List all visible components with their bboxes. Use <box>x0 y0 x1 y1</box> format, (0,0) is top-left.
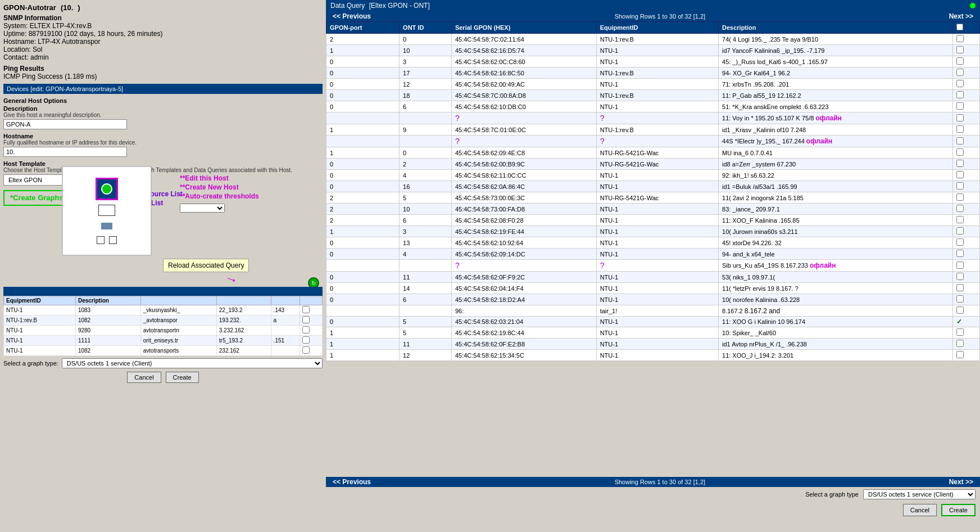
col-description: Description <box>75 296 140 305</box>
host-action-select[interactable] <box>180 204 225 213</box>
footer-next-button[interactable]: Next >> <box>947 478 976 486</box>
col-description[interactable]: Description <box>719 22 953 34</box>
row-checkbox[interactable] <box>956 91 964 98</box>
table-row: 01745:4C:54:58:62:16:8C:50NTU-1:rev.B94-… <box>326 67 980 79</box>
col-gpon-port[interactable]: GPON-port <box>326 22 400 34</box>
graph-type-footer-select[interactable]: DS/US octets 1 service (Client) <box>863 489 976 499</box>
row-checkbox[interactable] <box>956 137 964 145</box>
row-checkbox[interactable] <box>956 125 964 133</box>
tooltip-text: Reload Associated Query <box>168 262 244 269</box>
hostname-input[interactable] <box>3 147 127 157</box>
row-checkbox[interactable] <box>956 182 964 190</box>
col-check-all[interactable] <box>952 22 979 34</box>
table-row: 01845:4C:54:58:7C:00:8A:D8NTU-1:rev.B11:… <box>326 90 980 101</box>
host-template-field: Host Template Choose the Host Template t… <box>3 160 323 186</box>
edit-host-link[interactable]: *Edit this Host <box>180 174 259 182</box>
table-row: ??11: Voy in * 195.20 s5.107 K 75/8 офла… <box>326 112 980 124</box>
table-row: NTU-11083_vkusnyashki_22_193.2.143 <box>4 305 323 315</box>
table-row: 11045:4C:54:58:62:16:D5:74NTU-1id7 Yanco… <box>326 45 980 56</box>
left-panel: GPON-Autotrar (10. ) SNMP Information Sy… <box>0 0 326 532</box>
host-template-desc: Choose the Host Template to use to defin… <box>3 167 323 173</box>
reload-icon: ↻ <box>311 280 316 286</box>
table-row: NTU-11111orit_eniseys.trtr5_193.2.151 <box>4 336 323 346</box>
main-table: GPON-port ONT ID Serial GPON (HEX) Equip… <box>326 21 980 361</box>
auto-create-link[interactable]: *Auto-create thresholds <box>180 192 259 200</box>
row-checkbox[interactable] <box>302 316 310 323</box>
graph-type-row: Select a graph type: DS/US octets 1 serv… <box>3 358 323 368</box>
create-new-host-link[interactable]: *Create New Host <box>180 183 259 191</box>
device-icon-inner <box>101 183 112 195</box>
footer-prev-button[interactable]: << Previous <box>330 478 373 486</box>
table-row: 1345:4C:54:58:62:19:FE:44NTU-110( Jurown… <box>326 226 980 237</box>
row-checkbox[interactable] <box>956 238 964 246</box>
row-checkbox[interactable] <box>956 295 964 303</box>
device-small-rect <box>101 223 112 229</box>
row-checkbox[interactable] <box>956 273 964 280</box>
cancel-button[interactable]: Cancel <box>127 372 161 383</box>
row-checkbox[interactable] <box>956 114 964 121</box>
right-create-button[interactable]: Create <box>941 504 976 516</box>
row-checkbox[interactable] <box>956 46 964 53</box>
table-row: 01145:4C:54:58:62:0F:F9:2CNTU-153( niks_… <box>326 272 980 283</box>
checkbox-2[interactable] <box>109 236 117 244</box>
table-row: 11145:4C:54:58:62:0F:E2:B8NTU-1id1 Avtop… <box>326 339 980 350</box>
col-equipmentid[interactable]: EquipmentID <box>596 22 718 34</box>
row-checkbox[interactable] <box>956 35 964 42</box>
col-serial[interactable]: Serial GPON (HEX) <box>451 22 596 34</box>
check-all-checkbox[interactable] <box>956 24 963 30</box>
row-checkbox[interactable] <box>956 250 964 257</box>
row-checkbox[interactable] <box>956 216 964 223</box>
row-checkbox[interactable] <box>302 306 310 313</box>
create-button[interactable]: Create <box>166 372 199 383</box>
col-c5 <box>271 296 300 305</box>
row-checkbox[interactable] <box>956 328 964 336</box>
table-row: 2545:4C:54:58:73:00:0E:3CNTU-RG-5421G-Wa… <box>326 192 980 204</box>
row-checkbox[interactable] <box>956 227 964 235</box>
data-query-header: Data Query [Eltex GPON - ONT] <box>326 0 980 11</box>
right-buttons-row: Cancel Create <box>326 502 980 519</box>
row-checkbox[interactable] <box>956 205 964 212</box>
table-row: 01345:4C:54:58:62:10:92:64NTU-145! xtorD… <box>326 237 980 249</box>
ping-results: Ping Results ICMP Ping Success (1.189 ms… <box>3 65 323 80</box>
row-checkbox[interactable] <box>956 171 964 178</box>
row-checkbox[interactable] <box>956 148 964 156</box>
row-checkbox[interactable] <box>956 306 964 314</box>
row-checkbox[interactable] <box>302 336 310 344</box>
row-checkbox[interactable] <box>956 102 964 110</box>
right-cancel-button[interactable]: Cancel <box>903 504 937 516</box>
next-button[interactable]: Next >> <box>947 12 976 20</box>
prev-button[interactable]: << Previous <box>330 12 373 20</box>
row-checkbox[interactable] <box>956 193 964 201</box>
row-checkbox[interactable] <box>302 346 310 354</box>
row-checkbox[interactable] <box>956 69 964 76</box>
col-ont-id[interactable]: ONT ID <box>400 22 452 34</box>
question-mark: ? <box>455 261 460 270</box>
row-checkbox[interactable] <box>956 340 964 347</box>
ping-value: ICMP Ping Success (1.189 ms) <box>3 73 323 80</box>
offline-status: офлайн <box>810 262 836 269</box>
graph-type-select[interactable]: DS/US octets 1 service (Client) <box>62 358 323 368</box>
hostname-desc: Fully qualified hostname or IP address f… <box>3 139 323 146</box>
table-row: NTU-11082avtotransports232.162 <box>4 346 323 356</box>
checkbox-1[interactable] <box>97 236 105 244</box>
table-row: 2045:4C:54:58:7C:02:11:64NTU-1:rev.B74( … <box>326 34 980 45</box>
row-checkbox[interactable] <box>956 284 964 291</box>
description-input[interactable] <box>3 119 127 129</box>
table-row: 01645:4C:54:58:62:0A:86:4CNTU-1id1 =Bulu… <box>326 181 980 192</box>
snmp-system: System: ELTEX LTP-4X:rev.B <box>3 22 323 30</box>
page-title-end: ) <box>78 3 80 12</box>
right-panel: Data Query [Eltex GPON - ONT] << Previou… <box>326 0 980 532</box>
tooltip-box: Reload Associated Query <box>163 259 249 272</box>
row-checkbox[interactable] <box>302 326 310 333</box>
row-checkbox[interactable] <box>956 80 964 87</box>
row-checkbox[interactable] <box>956 351 964 358</box>
table-container: GPON-port ONT ID Serial GPON (HEX) Equip… <box>326 21 980 477</box>
row-checkbox[interactable] <box>956 160 964 167</box>
question-mark: ? <box>600 137 605 146</box>
row-checkbox[interactable] <box>956 262 964 269</box>
general-options-label: General Host Options <box>3 97 323 104</box>
footer-info: Showing Rows 1 to 30 of 32 [1,2] <box>373 479 947 485</box>
row-checkbox[interactable] <box>956 57 964 65</box>
graph-type-footer-label: Select a graph type <box>805 491 859 498</box>
snmp-uptime: Uptime: 887919100 (102 days, 18 hours, 2… <box>3 30 323 38</box>
